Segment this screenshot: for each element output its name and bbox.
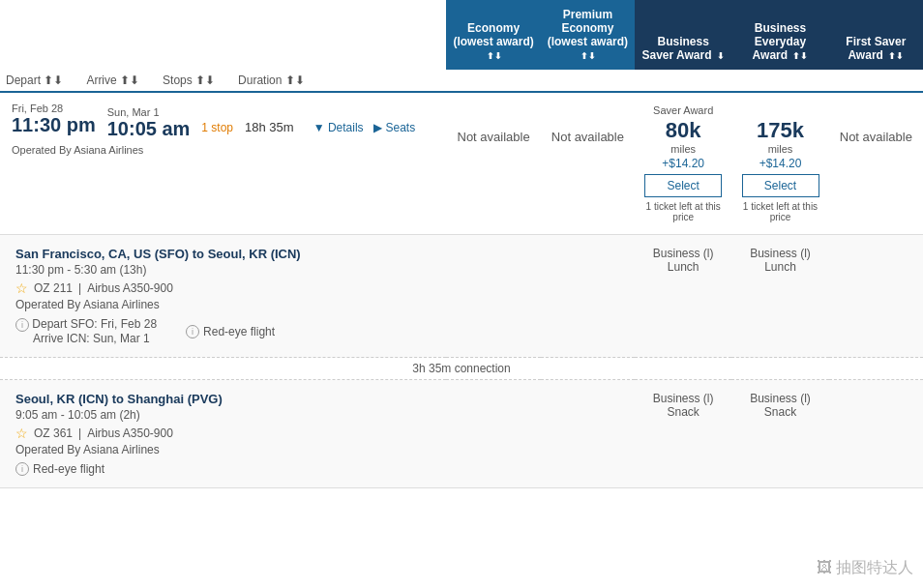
segment1-first-saver-cabin [829,235,923,358]
segment2-operated: Operated By Asiana Airlines [15,443,619,456]
biz-saver-select-button[interactable]: Select [644,174,722,197]
s2-biz-saver-cabin-label: Business (l) [639,392,728,405]
segment1-route: San Francisco, CA, US (SFO) to Seoul, KR… [15,247,619,261]
premium-subheader [541,70,635,92]
segment1-biz-everyday-cabin: Business (l) Lunch [731,235,828,358]
segment2-divider: | [78,426,81,440]
biz-everyday-header[interactable]: Business Everyday Award ⬆⬇ [731,0,828,70]
duration-value: 18h 35m [245,120,294,134]
segment1-flight-number: OZ 211 [34,281,73,295]
segment1-depart-info: i Depart SFO: Fri, Feb 28 Arrive ICN: Su… [15,317,157,345]
details-seats-block: ▼ Details ▶ Seats [313,120,416,134]
arrive-label: Arrive [86,74,116,87]
depart-label: Depart [6,74,41,87]
segment2-route: Seoul, KR (ICN) to Shanghai (PVG) [15,392,619,406]
economy-subheader [446,70,540,92]
depart-sort-icon: ⬆⬇ [44,74,63,87]
connection-row: 3h 35m connection [0,358,923,380]
segment2-aircraft: Airbus A350-900 [87,426,173,440]
arrive-date: Sun, Mar 1 [107,106,191,118]
arrive-block: Sun, Mar 1 10:05 am [107,106,191,140]
biz-saver-header-label: Business Saver Award [641,35,711,62]
premium-sort-icon: ⬆⬇ [581,51,596,61]
biz-saver-miles: 80k [644,118,722,143]
segment2-biz-saver-cabin: Business (l) Snack [635,380,731,488]
stops-block: 1 stop [201,120,233,134]
depart-time: 11:30 pm [12,114,96,136]
biz-everyday-subheader [731,70,828,92]
segment1-row: San Francisco, CA, US (SFO) to Seoul, KR… [0,235,923,358]
duration-sort-icon: ⬆⬇ [285,74,305,87]
segment1-depart-text: Depart SFO: Fri, Feb 28 [32,317,157,331]
star-icon-2: ☆ [15,426,28,441]
segment2-flight-info: ☆ OZ 361 | Airbus A350-900 [15,426,619,441]
s2-biz-everyday-meal: Snack [735,405,824,419]
segment2-row: Seoul, KR (ICN) to Shanghai (PVG) 9:05 a… [0,380,923,488]
info-icon-1: i [15,318,29,332]
stops-value: 1 stop [201,121,233,134]
segment1-operated: Operated By Asiana Airlines [15,298,619,311]
duration-sort[interactable]: Duration ⬆⬇ [238,74,305,87]
connection-label: 3h 35m connection [412,362,510,375]
first-saver-header[interactable]: First Saver Award ⬆⬇ [829,0,923,70]
stops-sort[interactable]: Stops ⬆⬇ [163,74,215,87]
biz-everyday-select-button[interactable]: Select [742,174,819,197]
segment2-time: 9:05 am - 10:05 am (2h) [15,408,619,422]
biz-everyday-miles: 175k [741,118,819,143]
economy-award-cell: Not available [446,92,540,235]
segment1-time: 11:30 pm - 5:30 am (13h) [15,263,619,277]
biz-saver-miles-label: miles [644,143,722,155]
depart-block: Fri, Feb 28 11:30 pm [12,103,96,136]
biz-everyday-saver-spacer [741,104,819,116]
premium-header[interactable]: Premium Economy (lowest award) ⬆⬇ [541,0,635,70]
details-button[interactable]: ▼ Details [313,121,367,134]
economy-sort-icon: ⬆⬇ [487,51,502,61]
depart-date: Fri, Feb 28 [12,103,96,114]
s1-biz-saver-meal: Lunch [639,260,728,274]
segment1-divider: | [78,281,81,295]
segment1-redeye: i Red-eye flight [186,317,275,345]
segment2-info-cell: Seoul, KR (ICN) to Shanghai (PVG) 9:05 a… [0,380,635,488]
premium-header-label: Premium Economy (lowest award) [548,8,628,48]
biz-everyday-ticket-left: 1 ticket left at this price [741,201,819,222]
biz-saver-label: Saver Award [644,104,722,116]
s1-biz-everyday-meal: Lunch [735,260,824,274]
economy-header[interactable]: Economy (lowest award) ⬆⬇ [446,0,540,70]
stops-sort-icon: ⬆⬇ [195,74,215,87]
s1-biz-saver-cabin-label: Business (l) [639,247,728,260]
s2-biz-everyday-cabin-label: Business (l) [735,392,824,405]
segment1-redeye-label: Red-eye flight [203,325,275,338]
depart-sort[interactable]: Depart ⬆⬇ [6,74,63,87]
segment1-biz-saver-cabin: Business (l) Lunch [635,235,731,358]
biz-saver-header[interactable]: Business Saver Award ⬇ [635,0,731,70]
seats-button[interactable]: ▶ Seats [373,121,415,134]
biz-everyday-miles-label: miles [741,143,819,155]
duration-block: 18h 35m [245,120,294,134]
flight-info-cell: Fri, Feb 28 11:30 pm Sun, Mar 1 10:05 am… [0,92,446,235]
segment2-flight-number: OZ 361 [34,426,73,440]
subheader-left: Depart ⬆⬇ Arrive ⬆⬇ Stops ⬆⬇ Duration ⬆⬇ [0,70,446,92]
biz-saver-fee: +$14.20 [644,157,722,170]
segment2-redeye: i Red-eye flight [15,462,104,476]
redeye-icon-1: i [186,325,199,338]
arrive-sort[interactable]: Arrive ⬆⬇ [86,74,139,87]
economy-header-label: Economy (lowest award) [453,21,533,48]
segment2-redeye-label: Red-eye flight [33,462,104,476]
segment2-first-saver-cabin [829,380,923,488]
segment1-extra-info: i Depart SFO: Fri, Feb 28 Arrive ICN: Su… [15,317,619,345]
s1-biz-everyday-cabin-label: Business (l) [735,247,824,260]
connection-cell: 3h 35m connection [0,358,923,380]
segment1-aircraft: Airbus A350-900 [87,281,173,295]
first-saver-award-cell: Not available [829,92,923,235]
arrive-time: 10:05 am [107,118,191,140]
star-icon: ☆ [15,280,28,296]
biz-saver-award-cell: Saver Award 80k miles +$14.20 Select 1 t… [635,92,731,235]
arrive-sort-icon: ⬆⬇ [120,74,139,87]
s2-biz-saver-meal: Snack [639,405,728,419]
economy-not-available: Not available [452,101,534,144]
operated-by: Operated By Asiana Airlines [12,144,434,156]
biz-saver-subheader [635,70,731,92]
left-header-spacer [0,0,446,70]
premium-not-available: Not available [547,101,629,144]
biz-everyday-sort-icon: ⬆⬇ [792,51,808,61]
